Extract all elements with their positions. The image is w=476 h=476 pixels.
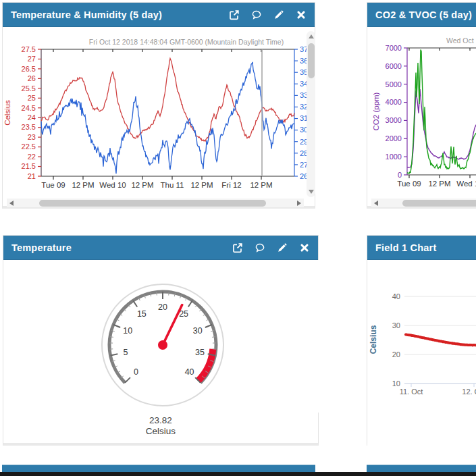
comment-icon[interactable] bbox=[251, 9, 262, 20]
svg-text:22.5: 22.5 bbox=[22, 142, 36, 151]
panel-title: CO2 & TVOC (5 day) bbox=[375, 9, 472, 20]
series-co2 bbox=[407, 89, 476, 167]
pencil-icon[interactable] bbox=[273, 9, 284, 20]
scroll-right-arrow[interactable] bbox=[297, 201, 301, 206]
svg-text:31: 31 bbox=[300, 114, 307, 122]
vertical-scrollbar-thumb[interactable] bbox=[308, 43, 315, 78]
svg-text:40: 40 bbox=[185, 367, 194, 377]
svg-text:12 PM: 12 PM bbox=[131, 181, 153, 189]
scroll-left-arrow[interactable] bbox=[9, 201, 14, 206]
external-link-icon[interactable] bbox=[232, 242, 243, 253]
svg-text:21.5: 21.5 bbox=[22, 162, 36, 170]
svg-text:24.5: 24.5 bbox=[22, 104, 36, 112]
close-icon[interactable] bbox=[299, 242, 310, 253]
svg-text:Thu 11: Thu 11 bbox=[161, 181, 184, 189]
svg-text:27.5: 27.5 bbox=[22, 45, 36, 53]
field1-chart: 4030201011. Oct12. OctCelsius bbox=[367, 260, 476, 446]
svg-text:30: 30 bbox=[392, 321, 400, 329]
vertical-scrollbar[interactable] bbox=[307, 31, 315, 197]
svg-text:4000: 4000 bbox=[386, 98, 402, 106]
panel-temp-humidity: Temperature & Humidity (5 day) Fri Oct 1… bbox=[2, 2, 315, 209]
svg-text:12 PM: 12 PM bbox=[190, 181, 213, 189]
horizontal-scrollbar-thumb[interactable] bbox=[402, 200, 476, 207]
scroll-up-arrow[interactable] bbox=[309, 34, 314, 38]
svg-text:40: 40 bbox=[392, 292, 400, 300]
external-link-icon[interactable] bbox=[229, 9, 240, 20]
svg-text:20: 20 bbox=[392, 350, 400, 359]
temp-humidity-chart: Fri Oct 12 2018 14:48:04 GMT-0600 (Mount… bbox=[3, 27, 307, 199]
panel-title: Temperature & Humidity (5 day) bbox=[11, 9, 162, 20]
svg-text:27: 27 bbox=[300, 161, 307, 169]
gauge-units: Celsius bbox=[3, 426, 318, 436]
svg-text:26.5: 26.5 bbox=[22, 65, 36, 73]
y-axis-label: Celsius bbox=[369, 325, 378, 354]
svg-text:12 PM: 12 PM bbox=[72, 181, 94, 189]
bottom-edge-bar bbox=[0, 472, 476, 476]
svg-text:Tue 09: Tue 09 bbox=[397, 180, 421, 188]
svg-text:3000: 3000 bbox=[386, 116, 402, 124]
series-temperature bbox=[41, 59, 294, 142]
svg-text:26: 26 bbox=[28, 74, 36, 82]
svg-text:Wed 10: Wed 10 bbox=[99, 181, 126, 189]
svg-text:0: 0 bbox=[134, 367, 138, 377]
co2-tvoc-chart: Wed Oct 1 01000200030004000500060007000T… bbox=[367, 27, 476, 199]
svg-text:33: 33 bbox=[300, 91, 307, 99]
svg-text:20: 20 bbox=[158, 302, 167, 312]
scroll-left-arrow[interactable] bbox=[374, 201, 378, 206]
svg-text:11. Oct: 11. Oct bbox=[400, 388, 423, 396]
svg-text:23.5: 23.5 bbox=[22, 123, 36, 131]
svg-text:25.5: 25.5 bbox=[22, 84, 36, 92]
panel-header: CO2 & TVOC (5 day) bbox=[367, 3, 476, 27]
svg-text:23: 23 bbox=[28, 133, 36, 141]
panel-header: Temperature & Humidity (5 day) bbox=[3, 3, 315, 27]
svg-text:22: 22 bbox=[28, 153, 36, 161]
svg-text:30: 30 bbox=[300, 126, 307, 134]
panel-header: Temperature bbox=[3, 236, 318, 260]
close-icon[interactable] bbox=[296, 9, 307, 20]
pencil-icon[interactable] bbox=[277, 242, 288, 253]
svg-text:Fri 12: Fri 12 bbox=[221, 181, 241, 189]
svg-text:26: 26 bbox=[300, 172, 307, 180]
svg-text:10: 10 bbox=[392, 379, 400, 388]
scroll-down-arrow[interactable] bbox=[309, 190, 314, 194]
svg-text:1000: 1000 bbox=[386, 153, 402, 161]
svg-text:24: 24 bbox=[28, 113, 36, 122]
svg-text:2000: 2000 bbox=[386, 134, 402, 142]
panel-co2-tvoc: CO2 & TVOC (5 day) Wed Oct 1 01000200030… bbox=[367, 2, 476, 209]
axes: 2121.52222.52323.52424.52525.52626.52727… bbox=[22, 45, 307, 189]
svg-text:10: 10 bbox=[123, 326, 132, 336]
panel-title: Temperature bbox=[11, 242, 72, 253]
horizontal-scrollbar-thumb[interactable] bbox=[39, 200, 266, 207]
svg-text:28: 28 bbox=[300, 149, 307, 157]
svg-text:36: 36 bbox=[300, 57, 307, 65]
svg-text:6000: 6000 bbox=[386, 62, 402, 70]
horizontal-scrollbar[interactable] bbox=[7, 199, 304, 207]
series-field1 bbox=[406, 335, 476, 346]
svg-text:Wed 10: Wed 10 bbox=[456, 180, 476, 188]
chart-timestamp-title: Fri Oct 12 2018 14:48:04 GMT-0600 (Mount… bbox=[89, 38, 284, 46]
svg-text:21: 21 bbox=[28, 172, 36, 180]
svg-text:12 PM: 12 PM bbox=[428, 180, 450, 188]
svg-text:34: 34 bbox=[300, 80, 307, 88]
svg-text:27: 27 bbox=[28, 55, 36, 63]
svg-text:0: 0 bbox=[398, 171, 402, 179]
svg-text:35: 35 bbox=[195, 348, 205, 357]
panel-temperature-gauge: Temperature 0510152025303540 23.82 Celsi… bbox=[3, 235, 319, 446]
svg-text:12 PM: 12 PM bbox=[250, 181, 272, 189]
svg-text:7000: 7000 bbox=[386, 44, 402, 52]
chart-timestamp-title: Wed Oct 1 bbox=[446, 36, 476, 45]
svg-text:25: 25 bbox=[28, 94, 36, 102]
temperature-gauge: 0510152025303540 bbox=[3, 260, 319, 413]
comment-icon[interactable] bbox=[255, 242, 265, 253]
panel-field1-chart: Field 1 Chart 4030201011. Oct12. OctCels… bbox=[367, 235, 476, 446]
svg-text:5: 5 bbox=[124, 348, 128, 357]
horizontal-scrollbar[interactable] bbox=[371, 199, 476, 207]
header-icon-group bbox=[217, 9, 307, 20]
axes: 01000200030004000500060007000Tue 0912 PM… bbox=[386, 44, 476, 188]
series-tvoc bbox=[407, 50, 476, 174]
gauge-value: 23.82 bbox=[3, 415, 318, 425]
svg-text:29: 29 bbox=[300, 138, 307, 146]
svg-text:5000: 5000 bbox=[386, 80, 402, 88]
svg-text:12. Oct: 12. Oct bbox=[462, 388, 476, 396]
svg-text:30: 30 bbox=[193, 326, 203, 336]
